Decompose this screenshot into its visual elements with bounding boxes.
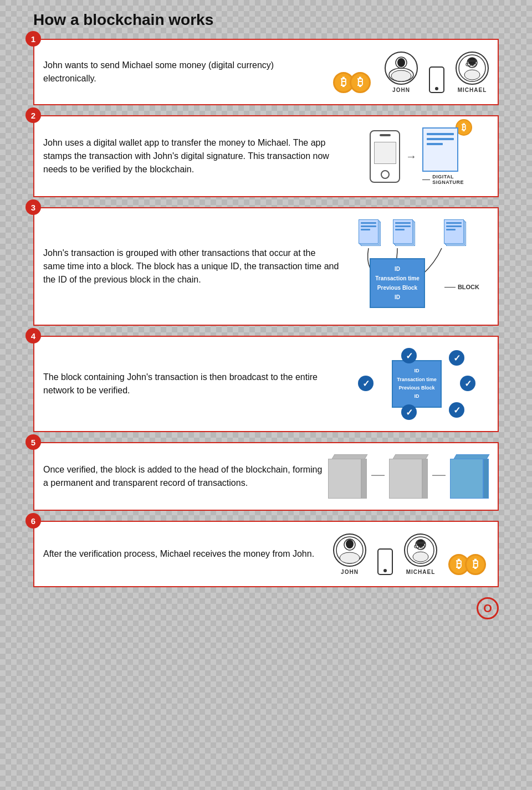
step6-michael-avatar [404,533,437,567]
arrow-icon: → [406,150,417,163]
digital-document: ₿ DIGITALSIGNATURE [422,127,464,185]
step-2-visual: → ₿ DIGITALSIGNATURE [370,127,464,185]
check-node-bottom-right: ✓ [449,402,464,418]
doc-lines [423,129,457,158]
network-diagram: IDTransaction timePrevious BlockID ✓ ✓ ✓… [356,342,478,425]
doc-icon [422,127,458,172]
step6-bitcoin-coin-2: ₿ [465,554,486,575]
step-3-text: John's transaction is grouped with other… [43,247,345,286]
svg-point-2 [397,58,405,67]
phone-dot [435,87,438,90]
step-5-text: Once verified, the block is added to the… [43,463,328,490]
digital-sig-row: DIGITALSIGNATURE [422,174,464,185]
digital-signature-label: DIGITALSIGNATURE [432,174,464,185]
step-6-number: 6 [25,513,41,529]
john-label: JOHN [392,87,410,93]
chain-dash-2: — [432,466,446,482]
step-1-box: John wants to send Michael some money (d… [33,39,499,105]
step-5-box: Once verified, the block is added to the… [33,442,499,511]
step6-john-avatar [333,533,366,567]
block-transaction-time-label: Transaction time [375,275,419,281]
step-4-text: The block containing John's transaction … [43,371,345,397]
block-3d-front-1 [328,459,361,499]
step-1-illustration: ₿ ₿ JOHN [333,52,489,93]
step-4-illustration: IDTransaction timePrevious BlockID ✓ ✓ ✓… [345,348,489,420]
step-4-box: The block containing John's transaction … [33,336,499,432]
step-3-box: John's transaction is grouped with other… [33,207,499,326]
wallet-phone [370,130,400,183]
step-1-visual: ₿ ₿ JOHN [333,52,489,93]
block-stack-1 [328,454,367,499]
step-5-illustration: — — [328,454,489,499]
step6-michael-person: MICHAEL [404,533,437,575]
page-title: How a blockchain works [33,11,499,29]
step6-coins-group: ₿ ₿ [448,554,486,575]
step-6-visual: JOHN [333,533,489,575]
svg-point-15 [340,552,360,563]
block-stack-2 [389,454,428,499]
doc-stack-2 [393,219,416,248]
floating-docs [359,219,467,248]
step6-michael-label: MICHAEL [406,569,436,575]
michael-person: MICHAEL [456,52,489,93]
check-node-right: ✓ [460,376,475,391]
step-3-visual: ID Transaction time Previous BlockID BLO… [353,219,480,314]
step-3-illustration: ID Transaction time Previous BlockID BLO… [345,219,489,314]
bottom-logo-area: O [33,597,499,619]
check-node-bottom: ✓ [401,404,417,420]
svg-rect-19 [416,542,425,544]
michael-label: MICHAEL [458,87,487,93]
block-text-label: BLOCK [458,284,479,290]
doc-line-1 [427,133,454,135]
michael-svg [458,54,487,83]
step-2-number: 2 [25,107,41,123]
block-3d-side-2 [422,459,428,499]
svg-point-3 [391,70,411,81]
doc-stack-3 [444,219,467,248]
step-2-container: 2 John uses a digital wallet app to tran… [33,115,499,197]
step-3-number: 3 [25,199,41,215]
svg-point-20 [413,552,428,562]
network-block-content: IDTransaction timePrevious BlockID [397,367,437,401]
logo-text: O [483,602,492,615]
block-box-3: ID Transaction time Previous BlockID [370,258,425,308]
phone-transfer-icon [429,66,444,93]
step-4-container: 4 The block containing John's transactio… [33,336,499,432]
network-center-block: IDTransaction timePrevious BlockID [392,360,442,408]
step6-phone-dot [383,569,387,572]
step-1-text: John wants to send Michael some money (d… [43,59,333,85]
doc-line-wavy [427,148,454,151]
svg-point-8 [464,70,480,80]
doc-stack-1 [359,219,382,248]
block-stack-3-blue [450,454,489,499]
step-3-container: 3 John's transaction is grouped with oth… [33,207,499,326]
john-avatar [385,52,418,85]
chain-dash-1: — [371,466,385,482]
doc-line-3 [427,143,443,145]
step6-john-person: JOHN [333,533,366,575]
block-id-label: ID [395,266,400,272]
step6-john-svg [335,536,364,565]
step-6-container: 6 After the verification process, Michae… [33,521,499,587]
svg-rect-7 [468,60,477,62]
svg-point-14 [346,540,354,548]
block-3d-front-2 [389,459,422,499]
bitcoin-coins-group: ₿ ₿ [333,72,371,93]
step-2-box: John uses a digital wallet app to transf… [33,115,499,197]
check-node-left: ✓ [358,376,374,391]
step-2-text: John uses a digital wallet app to transf… [43,136,345,176]
step-6-illustration: JOHN [333,533,489,575]
step-5-visual: — — [328,454,489,499]
block-label-3: BLOCK [444,284,479,290]
block-3d-side-1 [361,459,367,499]
step-1-number: 1 [25,31,41,47]
step6-phone [377,548,393,575]
step-4-number: 4 [25,328,41,343]
john-svg [387,54,416,83]
block-content-3: ID Transaction time Previous BlockID [375,264,419,302]
michael-avatar [456,52,489,85]
step-6-text: After the verification process, Michael … [43,547,333,561]
bitcoin-coin-2: ₿ [350,72,371,93]
john-person: JOHN [385,52,418,93]
step-1-container: 1 John wants to send Michael some money … [33,39,499,105]
